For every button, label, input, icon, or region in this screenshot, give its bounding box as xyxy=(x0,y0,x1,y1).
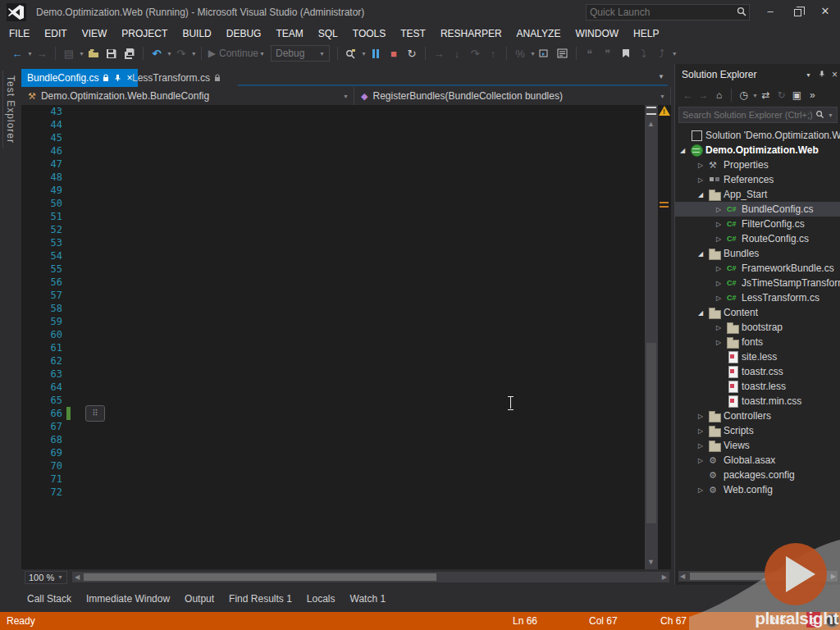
pin-icon[interactable] xyxy=(818,69,825,80)
code-line[interactable]: 71 } xyxy=(21,472,645,486)
vertical-scrollbar[interactable]: ▲ ▼ xyxy=(645,105,658,569)
debug-configuration-dropdown[interactable]: Debug ▼ xyxy=(271,45,330,62)
chevron-collapsed-icon[interactable]: ▷ xyxy=(698,457,709,464)
code-line[interactable]: 61 bundles.Add(new Bundle("~/bundles/app… xyxy=(21,341,645,354)
tree-item[interactable]: ▷ ◢ ⚒ C# ⚙ BundleConfig.cs xyxy=(675,202,840,217)
tree-item[interactable]: ▷ ◢ ⚒ C# ⚙ Solution 'Demo.Optimization.W… xyxy=(675,128,840,143)
code-line[interactable]: 45 .Include("~/Scripts/modernizr-{versio… xyxy=(21,131,645,144)
panel-tab[interactable]: Call Stack xyxy=(27,593,71,605)
uncomment-icon[interactable]: ❞ xyxy=(600,44,616,62)
show-next-statement-icon[interactable]: → xyxy=(431,44,447,62)
step-into-icon[interactable]: ↓ xyxy=(449,44,465,62)
menu-item[interactable]: HELP xyxy=(626,25,666,42)
code-line[interactable]: 48 // you cannot combine multiple CDNs t… xyxy=(21,171,645,184)
breakpoint-margin[interactable] xyxy=(21,315,36,328)
tree-item[interactable]: ▷ ◢ ⚒ C# ⚙ toastr.less xyxy=(675,379,840,394)
close-panel-icon[interactable]: × xyxy=(832,69,838,80)
navigate-back-icon[interactable]: ← xyxy=(9,44,25,62)
zoom-level-dropdown[interactable]: 100 % ▼ xyxy=(25,571,67,584)
back-icon[interactable]: ← xyxy=(681,86,695,104)
breakpoint-margin[interactable] xyxy=(21,328,36,341)
home-icon[interactable]: ⌂ xyxy=(712,86,726,104)
chevron-collapsed-icon[interactable]: ▷ xyxy=(698,413,709,420)
breakpoint-margin[interactable] xyxy=(21,433,36,446)
panel-tab[interactable]: Immediate Window xyxy=(86,593,170,605)
scroll-up-icon[interactable]: ▲ xyxy=(647,120,655,128)
chevron-down-icon[interactable]: ▼ xyxy=(361,51,367,57)
chevron-down-icon[interactable]: ▼ xyxy=(27,51,33,57)
tree-item[interactable]: ▷ ◢ ⚒ C# ⚙ fonts xyxy=(675,335,840,349)
chevron-collapsed-icon[interactable]: ▷ xyxy=(716,324,727,331)
tree-item[interactable]: ▷ ◢ ⚒ C# ⚙ FilterConfig.cs xyxy=(675,217,840,231)
step-out-icon[interactable]: ↑ xyxy=(485,44,501,62)
code-line[interactable]: 47 // CDN will use the distributed netwo… xyxy=(21,158,645,171)
breakpoint-margin[interactable] xyxy=(21,459,36,472)
chevron-down-icon[interactable]: ▼ xyxy=(530,51,536,57)
restart-icon[interactable]: ↻ xyxy=(404,44,420,62)
tree-item[interactable]: ▷ ◢ ⚒ C# ⚙ RouteConfig.cs xyxy=(675,231,840,246)
breakpoint-margin[interactable] xyxy=(21,223,36,236)
tree-item[interactable]: ▷ ◢ ⚒ C# ⚙ JsTimeStampTransform.cs xyxy=(675,276,840,290)
chevron-down-icon[interactable]: ▼ xyxy=(79,51,84,57)
menu-item[interactable]: RESHARPER xyxy=(433,25,509,42)
code-line[interactable]: 49 // "UseCdn" is set to "false" by defa… xyxy=(21,184,645,197)
search-icon[interactable] xyxy=(734,5,749,20)
code-line[interactable]: 51 bundles.Add(new ScriptBundle("~/bundl… xyxy=(21,210,645,223)
menu-item[interactable]: TOOLS xyxy=(345,25,393,42)
tree-item[interactable]: ▷ ◢ ⚒ C# ⚙ Content xyxy=(675,305,840,320)
breakpoint-margin[interactable] xyxy=(21,236,36,249)
tree-item[interactable]: ▷ ◢ ⚒ C# ⚙ References xyxy=(675,172,840,187)
breakpoint-margin[interactable] xyxy=(21,420,36,433)
menu-item[interactable]: DEBUG xyxy=(219,25,269,42)
breakpoint-margin[interactable] xyxy=(21,118,36,131)
code-line[interactable]: 58 xyxy=(21,302,645,315)
next-bookmark-icon[interactable]: ⤵ xyxy=(636,44,652,62)
breakpoint-margin[interactable] xyxy=(21,472,36,486)
menu-item[interactable]: FILE xyxy=(2,25,37,42)
open-documents-dropdown-icon[interactable]: ▼ xyxy=(658,73,664,80)
panel-tab[interactable]: Output xyxy=(185,593,214,605)
chevron-collapsed-icon[interactable]: ▷ xyxy=(716,294,727,302)
solution-explorer-header[interactable]: Solution Explorer ▼ × xyxy=(675,66,840,84)
menu-item[interactable]: PROJECT xyxy=(114,25,175,42)
panel-tab[interactable]: Watch 1 xyxy=(350,593,386,605)
code-line[interactable]: 52 .Include("~/Scripts/jquery-{version}.… xyxy=(21,223,645,236)
tree-item[interactable]: ▷ ◢ ⚒ C# ⚙ Scripts xyxy=(675,423,840,438)
continue-button[interactable]: ▶ Continue ▼ xyxy=(208,48,265,59)
code-line[interactable]: 59 // the order you include scripts in t… xyxy=(21,315,645,328)
split-window-handle[interactable] xyxy=(646,107,656,115)
breakpoints-window-icon[interactable] xyxy=(536,44,553,62)
scroll-right-icon[interactable]: ▶ xyxy=(662,573,667,581)
tree-item[interactable]: ▷ ◢ ⚒ C# ⚙ LessTransform.cs xyxy=(675,290,840,305)
code-line[interactable]: 69 "~/Content/toastr.css")); xyxy=(21,446,645,459)
tree-item[interactable]: ▷ ◢ ⚒ C# ⚙ site.less xyxy=(675,349,840,364)
chevron-collapsed-icon[interactable]: ▷ xyxy=(698,442,709,450)
panel-tab[interactable]: Find Results 1 xyxy=(229,593,292,605)
warning-triangle-icon[interactable] xyxy=(659,106,670,116)
breakpoint-margin[interactable] xyxy=(21,486,36,499)
sync-with-active-document-icon[interactable]: ⇄ xyxy=(759,86,773,104)
breakpoint-margin[interactable] xyxy=(21,105,36,118)
prev-bookmark-icon[interactable]: ⤴ xyxy=(654,44,670,62)
menu-item[interactable]: ANALYZE xyxy=(509,25,568,42)
chevron-down-icon[interactable]: ▼ xyxy=(752,93,758,98)
breakpoint-margin[interactable] xyxy=(21,341,36,354)
toolbar-overflow-icon[interactable]: » xyxy=(806,86,819,104)
breakpoint-margin[interactable] xyxy=(21,184,36,197)
chevron-collapsed-icon[interactable]: ▷ xyxy=(716,235,727,243)
type-dropdown[interactable]: ⚒ Demo.Optimization.Web.BundleConfig ▼ xyxy=(21,87,354,105)
code-line[interactable]: 70 } xyxy=(21,459,645,472)
breakpoint-margin[interactable] xyxy=(21,158,36,171)
close-button[interactable]: ✕ xyxy=(814,2,837,21)
breakpoint-margin[interactable] xyxy=(21,144,36,158)
breakpoint-margin[interactable] xyxy=(21,210,36,223)
code-line[interactable]: 60 // use include directory to include a… xyxy=(21,328,645,341)
breakpoint-margin[interactable] xyxy=(21,368,36,381)
breakpoint-margin[interactable] xyxy=(21,394,36,407)
breakpoint-margin[interactable] xyxy=(21,381,36,394)
code-line[interactable]: 55 xyxy=(21,262,645,276)
menu-item[interactable]: EDIT xyxy=(37,25,74,42)
comment-icon[interactable]: ❝ xyxy=(582,44,598,62)
tree-item[interactable]: ▷ ◢ ⚒ C# ⚙ bootstrap xyxy=(675,320,840,335)
member-dropdown[interactable]: ◆ RegisterBundles(BundleCollection bundl… xyxy=(354,87,671,105)
